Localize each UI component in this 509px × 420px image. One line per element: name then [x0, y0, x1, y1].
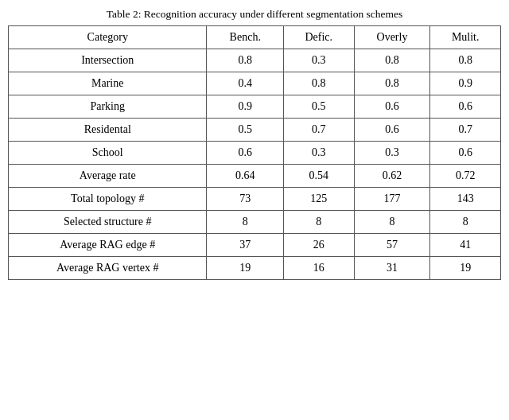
- table-title: Table 2: Recognition accuracy under diff…: [8, 8, 501, 21]
- cell-value: 19: [430, 257, 501, 280]
- cell-value: 0.6: [430, 95, 501, 119]
- cell-value: 0.62: [354, 165, 430, 188]
- cell-value: 37: [207, 234, 284, 257]
- cell-value: 0.54: [284, 165, 355, 188]
- cell-value: 0.8: [354, 49, 430, 72]
- cell-value: 31: [354, 257, 430, 280]
- accuracy-table: CategoryBench.Defic.OverlyMulit. Interse…: [8, 25, 501, 280]
- row-label: Selected structure #: [9, 211, 207, 234]
- cell-value: 8: [354, 211, 430, 234]
- row-label: Average RAG vertex #: [9, 257, 207, 280]
- cell-value: 0.7: [430, 119, 501, 142]
- cell-value: 0.6: [354, 119, 430, 142]
- row-label: Average RAG edge #: [9, 234, 207, 257]
- cell-value: 0.6: [430, 142, 501, 165]
- cell-value: 0.3: [284, 49, 355, 72]
- row-label: Residental: [9, 119, 207, 142]
- cell-value: 177: [354, 188, 430, 211]
- cell-value: 0.9: [430, 72, 501, 95]
- table-row: Average RAG edge #37265741: [9, 234, 501, 257]
- cell-value: 73: [207, 188, 284, 211]
- row-label: Total topology #: [9, 188, 207, 211]
- main-container: Table 2: Recognition accuracy under diff…: [8, 8, 501, 280]
- row-label: Parking: [9, 95, 207, 119]
- table-row: Intersection0.80.30.80.8: [9, 49, 501, 72]
- table-header-row: CategoryBench.Defic.OverlyMulit.: [9, 26, 501, 49]
- cell-value: 0.8: [354, 72, 430, 95]
- cell-value: 125: [284, 188, 355, 211]
- cell-value: 0.6: [354, 95, 430, 119]
- table-row: Residental0.50.70.60.7: [9, 119, 501, 142]
- table-row: Parking0.90.50.60.6: [9, 95, 501, 119]
- row-label: Marine: [9, 72, 207, 95]
- cell-value: 0.9: [207, 95, 284, 119]
- table-body: Intersection0.80.30.80.8Marine0.40.80.80…: [9, 49, 501, 280]
- cell-value: 41: [430, 234, 501, 257]
- column-header-3: Overly: [354, 26, 430, 49]
- table-row: Average RAG vertex #19163119: [9, 257, 501, 280]
- row-label: Average rate: [9, 165, 207, 188]
- cell-value: 16: [284, 257, 355, 280]
- cell-value: 0.3: [354, 142, 430, 165]
- column-header-1: Bench.: [207, 26, 284, 49]
- cell-value: 0.3: [284, 142, 355, 165]
- column-header-0: Category: [9, 26, 207, 49]
- cell-value: 0.8: [430, 49, 501, 72]
- table-row: Marine0.40.80.80.9: [9, 72, 501, 95]
- cell-value: 0.5: [284, 95, 355, 119]
- table-row: Average rate0.640.540.620.72: [9, 165, 501, 188]
- cell-value: 143: [430, 188, 501, 211]
- cell-value: 8: [430, 211, 501, 234]
- cell-value: 57: [354, 234, 430, 257]
- cell-value: 0.72: [430, 165, 501, 188]
- column-header-2: Defic.: [284, 26, 355, 49]
- cell-value: 0.4: [207, 72, 284, 95]
- cell-value: 0.5: [207, 119, 284, 142]
- table-row: Total topology #73125177143: [9, 188, 501, 211]
- cell-value: 0.8: [284, 72, 355, 95]
- table-row: School0.60.30.30.6: [9, 142, 501, 165]
- cell-value: 0.64: [207, 165, 284, 188]
- table-row: Selected structure #8888: [9, 211, 501, 234]
- row-label: Intersection: [9, 49, 207, 72]
- cell-value: 0.8: [207, 49, 284, 72]
- cell-value: 0.6: [207, 142, 284, 165]
- column-header-4: Mulit.: [430, 26, 501, 49]
- cell-value: 26: [284, 234, 355, 257]
- cell-value: 0.7: [284, 119, 355, 142]
- row-label: School: [9, 142, 207, 165]
- cell-value: 8: [284, 211, 355, 234]
- cell-value: 8: [207, 211, 284, 234]
- cell-value: 19: [207, 257, 284, 280]
